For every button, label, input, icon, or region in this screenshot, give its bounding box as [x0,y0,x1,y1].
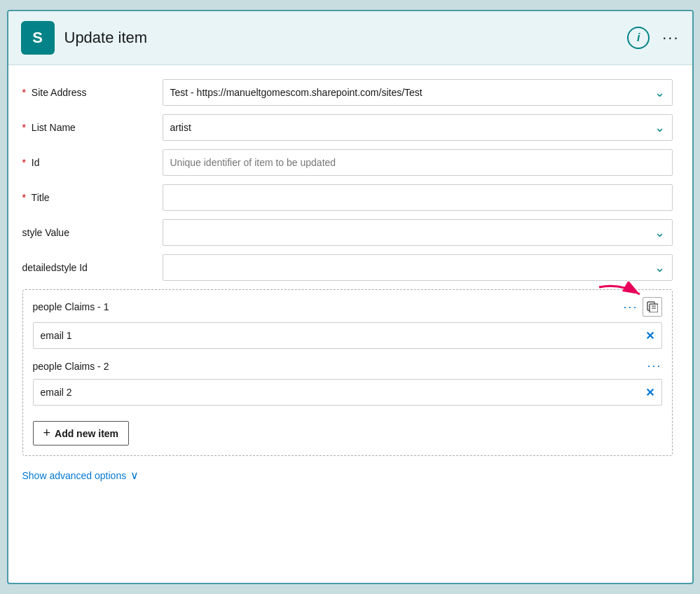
list-name-row: * List Name artist ⌄ [22,114,673,141]
id-input[interactable] [163,149,673,176]
show-advanced-button[interactable]: Show advanced options ∨ [22,469,139,482]
detailedstyle-id-chevron-icon: ⌄ [654,260,665,275]
id-label: * Id [22,157,163,168]
style-value-control: ⌄ [163,219,673,246]
list-name-dropdown[interactable]: artist ⌄ [163,114,673,141]
detailedstyle-id-label: detailedstyle Id [22,262,163,273]
people-claims-2-header: people Claims - 2 ··· [33,359,662,373]
detailedstyle-id-row: detailedstyle Id ⌄ [22,254,673,281]
app-icon: S [21,21,55,55]
people-claims-1-email-input[interactable]: email 1 ✕ [33,322,662,349]
people-claims-2-email-input[interactable]: email 2 ✕ [33,379,662,406]
people-claims-2-clear-button[interactable]: ✕ [645,386,654,399]
people-claims-1-actions: ··· [623,297,661,317]
title-control [163,184,673,211]
site-address-label: * Site Address [22,87,163,98]
card-title: Update item [64,29,618,47]
plus-icon: + [43,426,51,441]
list-name-label: * List Name [22,122,163,133]
more-options-button[interactable]: ··· [662,29,679,47]
people-claims-1-label: people Claims - 1 [33,301,624,312]
style-value-row: style Value ⌄ [22,219,673,246]
add-item-label: Add new item [55,428,118,439]
update-item-card: S Update item i ··· * Site Address Test … [7,10,694,584]
site-address-dropdown[interactable]: Test - https://manueltgomescom.sharepoin… [163,79,673,106]
people-claims-2-label: people Claims - 2 [33,361,647,372]
people-claims-1-template-icon[interactable] [643,297,662,317]
id-row: * Id [22,149,673,176]
list-name-chevron-icon: ⌄ [654,120,665,135]
title-label: * Title [22,192,163,203]
style-value-chevron-icon: ⌄ [654,225,665,240]
card-header: S Update item i ··· [8,11,692,65]
title-input[interactable] [163,184,673,211]
header-actions: i ··· [627,27,679,49]
detailedstyle-id-dropdown[interactable]: ⌄ [163,254,673,281]
people-claims-2-actions: ··· [647,359,661,373]
template-svg [647,301,658,312]
people-claims-1-group: people Claims - 1 ··· [33,297,662,349]
people-claims-2-group: people Claims - 2 ··· email 2 ✕ [33,359,662,406]
people-claims-2-email-value: email 2 [41,387,645,398]
list-name-control: artist ⌄ [163,114,673,141]
title-row: * Title [22,184,673,211]
people-claims-1-more-button[interactable]: ··· [623,300,638,315]
show-advanced-container: Show advanced options ∨ [22,466,673,482]
people-claims-2-more-button[interactable]: ··· [647,359,661,373]
site-address-row: * Site Address Test - https://manueltgom… [22,79,673,106]
people-claims-1-email-value: email 1 [41,330,645,341]
site-address-chevron-icon: ⌄ [654,85,665,100]
people-claims-1-clear-button[interactable]: ✕ [645,329,654,343]
style-value-dropdown[interactable]: ⌄ [163,219,673,246]
info-button[interactable]: i [627,27,650,49]
site-address-control: Test - https://manueltgomescom.sharepoin… [163,79,673,106]
id-control [163,149,673,176]
card-body: * Site Address Test - https://manueltgom… [8,65,692,496]
add-new-item-button[interactable]: + Add new item [33,421,130,446]
people-claims-section: people Claims - 1 ··· [22,289,673,456]
chevron-down-icon: ∨ [130,469,139,482]
people-claims-1-header: people Claims - 1 ··· [33,297,662,317]
show-advanced-label: Show advanced options [22,470,127,481]
style-value-label: style Value [22,227,163,238]
detailedstyle-id-control: ⌄ [163,254,673,281]
